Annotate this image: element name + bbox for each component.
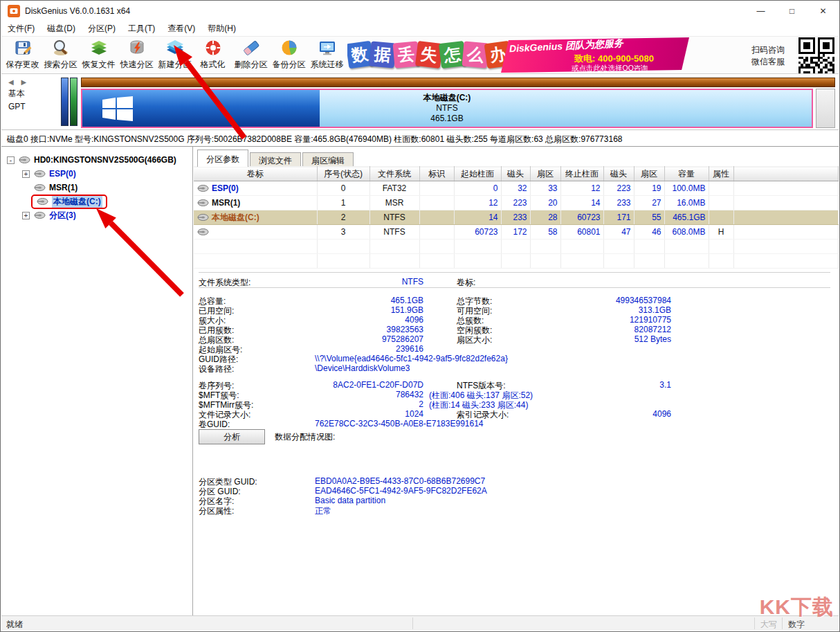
table-cell: 32 <box>501 181 530 196</box>
tree-item-msr[interactable]: +MSR(1) <box>1 181 192 195</box>
column-header[interactable]: 磁头 <box>603 167 634 181</box>
column-header[interactable]: 起始柱面 <box>454 167 501 181</box>
toolbar-button-label: 格式化 <box>201 59 226 71</box>
partition-bar-recovery[interactable] <box>816 89 835 128</box>
table-cell <box>194 254 317 269</box>
table-row[interactable]: 本地磁盘(C:)2NTFS14233286072317155465.1GB <box>194 210 839 225</box>
table-cell <box>419 254 454 269</box>
system-migration-button[interactable]: 系统迁移 <box>308 37 346 74</box>
delete-partition-button[interactable]: 删除分区 <box>232 37 270 74</box>
table-cell: 60723 <box>560 210 603 225</box>
table-cell: 28 <box>530 210 560 225</box>
column-header[interactable]: 文件系统 <box>369 167 419 181</box>
guid-detail-row: 分区属性:正常 <box>194 505 839 515</box>
tab-sector-edit[interactable]: 扇区编辑 <box>302 152 354 167</box>
partition-bar-esp[interactable] <box>61 78 69 126</box>
menu-item[interactable]: 磁盘(D) <box>41 21 82 37</box>
num-indicator: 数字 <box>788 619 805 631</box>
recover-files-button[interactable]: 恢复文件 <box>80 37 118 74</box>
column-header[interactable]: 卷标 <box>194 167 317 181</box>
table-cell <box>454 240 501 254</box>
detail-row: GUID路径:\\?\Volume{ead4646c-5fc1-4942-9af… <box>194 354 839 363</box>
maximize-button[interactable]: □ <box>776 1 807 21</box>
table-cell: 233 <box>501 210 530 225</box>
close-button[interactable]: ✕ <box>807 1 839 21</box>
column-header[interactable]: 容量 <box>664 167 709 181</box>
menu-item[interactable]: 帮助(H) <box>201 21 242 37</box>
table-cell: 171 <box>603 210 634 225</box>
column-header-filler <box>733 167 839 181</box>
table-cell-filler <box>733 196 839 210</box>
expand-expander-icon[interactable]: + <box>22 170 30 178</box>
detail-value: 4096 <box>457 409 671 419</box>
table-cell <box>709 254 733 269</box>
detail-value: 1024 <box>199 409 423 419</box>
column-header[interactable]: 标识 <box>419 167 454 181</box>
table-cell: FAT32 <box>369 181 419 196</box>
detail-row: $MFT簇号:786432(柱面:406 磁头:137 扇区:52) <box>194 390 839 399</box>
table-row[interactable]: MSR(1)1MSR1222320142332716.0MB <box>194 196 839 210</box>
detail-row: 已用簇数:39823563空闲簇数:82087212 <box>194 325 839 334</box>
tab-partition-params[interactable]: 分区参数 <box>197 150 248 167</box>
tree-item-wrap: ESP(0) <box>33 169 76 179</box>
column-header[interactable]: 序号(状态) <box>317 167 369 181</box>
toolbar: 保存更改搜索分区恢复文件快速分区新建分区格式化删除分区备份分区系统迁移 数据丢失… <box>1 37 839 74</box>
quick-partition-icon <box>128 39 146 57</box>
toolbar-button-label: 删除分区 <box>235 59 268 71</box>
tree-item-partition-3[interactable]: +分区(3) <box>1 208 192 222</box>
delete-icon <box>242 39 260 57</box>
backup-partition-button[interactable]: 备份分区 <box>270 37 308 74</box>
table-cell: 27 <box>634 196 664 210</box>
content-panel: 分区参数浏览文件扇区编辑 卷标序号(状态)文件系统标识起始柱面磁头扇区终止柱面磁… <box>194 147 839 615</box>
menu-item[interactable]: 查看(V) <box>161 21 201 37</box>
partition-bar-msr[interactable] <box>70 78 77 126</box>
tab-browse-files[interactable]: 浏览文件 <box>250 152 301 167</box>
next-disk-icon[interactable]: ▶ <box>21 78 29 86</box>
tab-bar: 分区参数浏览文件扇区编辑 <box>197 149 355 167</box>
search-partition-button[interactable]: 搜索分区 <box>42 37 80 74</box>
promo-tile: 据 <box>369 41 396 68</box>
collapse-expander-icon[interactable]: - <box>7 156 15 164</box>
column-header[interactable]: 终止柱面 <box>560 167 603 181</box>
tree-item-c-drive[interactable]: +本地磁盘(C:) <box>1 195 192 208</box>
save-changes-button[interactable]: 保存更改 <box>3 37 42 74</box>
prev-disk-icon[interactable]: ◀ <box>8 78 17 86</box>
analyze-button[interactable]: 分析 <box>199 429 265 444</box>
partition-name: 本地磁盘(C:) <box>423 93 471 103</box>
allocation-map-caption: 数据分配情况图: <box>275 431 335 443</box>
partition-bar-c-drive[interactable]: 本地磁盘(C:) NTFS 465.1GB <box>81 89 813 128</box>
partition-icon <box>197 227 212 237</box>
toolbar-button-label: 快速分区 <box>120 59 154 71</box>
column-header[interactable]: 扇区 <box>634 167 664 181</box>
table-cell: 46 <box>634 225 664 240</box>
format-button[interactable]: 格式化 <box>194 37 232 74</box>
minimize-button[interactable]: — <box>745 1 776 21</box>
promo-banner[interactable]: 数据丢失怎么办 DiskGenius 团队为您服务 致电: 400-900-50… <box>347 37 691 73</box>
table-cell: 608.0MB <box>664 225 709 240</box>
table-cell <box>709 181 733 196</box>
table-cell <box>664 254 709 269</box>
expand-expander-icon[interactable]: + <box>22 212 30 219</box>
table-row[interactable]: 3NTFS6072317258608014746608.0MBH <box>194 225 839 240</box>
partition-bar-caption: 本地磁盘(C:) NTFS 465.1GB <box>82 90 812 127</box>
column-header[interactable]: 属性 <box>709 167 733 181</box>
tree-item-disk-hd0[interactable]: -HD0:KINGSTONSNV2S500G(466GB) <box>1 153 192 167</box>
table-cell <box>560 254 603 269</box>
analyze-row: 分析 数据分配情况图: <box>199 429 335 444</box>
tree-item-esp[interactable]: +ESP(0) <box>1 167 192 181</box>
column-header[interactable]: 磁头 <box>501 167 530 181</box>
new-partition-button[interactable]: 新建分区 <box>156 37 194 74</box>
menu-item[interactable]: 工具(T) <box>122 21 161 37</box>
table-cell <box>419 210 454 225</box>
detail-row: 设备路径:\Device\HarddiskVolume3 <box>194 363 839 373</box>
menu-item[interactable]: 文件(F) <box>1 21 41 37</box>
promo-qq-link[interactable]: 或点击此处选择QQ咨询 <box>572 64 648 73</box>
disk-capacity-strip <box>81 78 835 87</box>
quick-partition-button[interactable]: 快速分区 <box>118 37 156 74</box>
menu-item[interactable]: 分区(P) <box>82 21 122 37</box>
detail-value: \Device\HarddiskVolume3 <box>315 363 410 373</box>
table-cell <box>317 254 369 269</box>
column-header[interactable]: 扇区 <box>530 167 560 181</box>
table-row[interactable]: ESP(0)0FAT32032331222319100.0MB <box>194 181 839 196</box>
table-cell: 100.0MB <box>664 181 709 196</box>
